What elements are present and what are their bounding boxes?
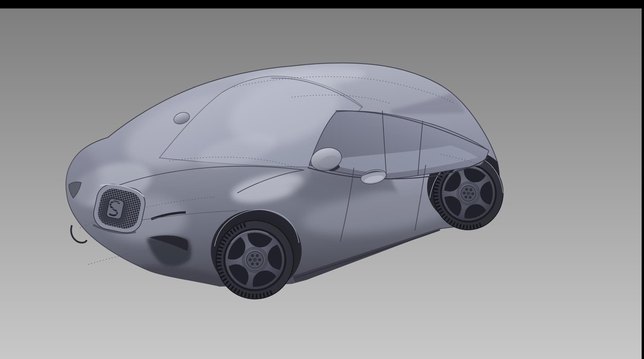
viewport-3d[interactable] bbox=[0, 8, 642, 359]
car-render bbox=[0, 8, 644, 359]
front-wheel bbox=[216, 220, 294, 299]
app-window bbox=[0, 0, 644, 359]
car-model bbox=[58, 62, 508, 299]
letterbox-top-bar bbox=[0, 0, 644, 8]
letterbox-right-bar bbox=[642, 0, 644, 359]
